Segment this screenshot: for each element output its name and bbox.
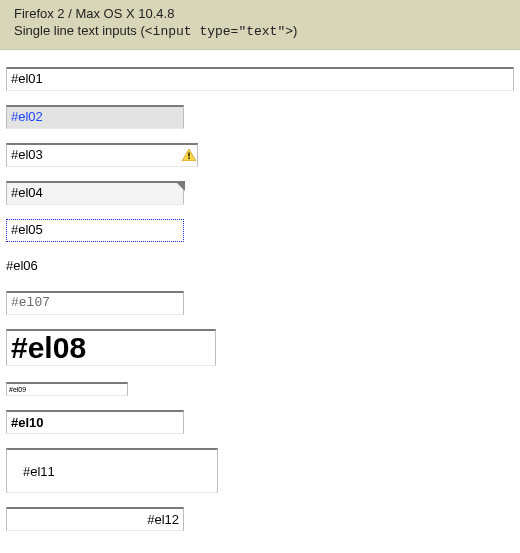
svg-rect-2 — [188, 158, 190, 160]
text-input-el09[interactable] — [6, 382, 128, 396]
dogear-icon — [175, 181, 185, 191]
text-input-el10[interactable] — [6, 410, 184, 434]
text-input-el12[interactable] — [6, 507, 184, 531]
warning-icon — [182, 149, 196, 161]
demo-stage — [0, 50, 520, 553]
text-input-el11[interactable] — [6, 448, 218, 493]
svg-rect-1 — [188, 153, 190, 157]
env-label: Firefox 2 / Max OS X 10.4.8 — [14, 6, 506, 21]
header-bar: Firefox 2 / Max OS X 10.4.8 Single line … — [0, 0, 520, 50]
title-suffix: ) — [293, 23, 297, 38]
text-input-el03[interactable] — [6, 143, 198, 167]
text-input-el08[interactable] — [6, 329, 216, 366]
title-prefix: Single line text inputs ( — [14, 23, 145, 38]
text-input-el04[interactable] — [6, 181, 184, 205]
text-input-el06[interactable] — [6, 256, 178, 277]
title-code: <input type="text"> — [145, 24, 293, 39]
title-label: Single line text inputs (<input type="te… — [14, 23, 506, 39]
text-input-el02[interactable] — [6, 105, 184, 129]
text-input-el07[interactable] — [6, 291, 184, 315]
text-input-el05[interactable] — [6, 219, 184, 242]
text-input-el01[interactable] — [6, 67, 514, 91]
